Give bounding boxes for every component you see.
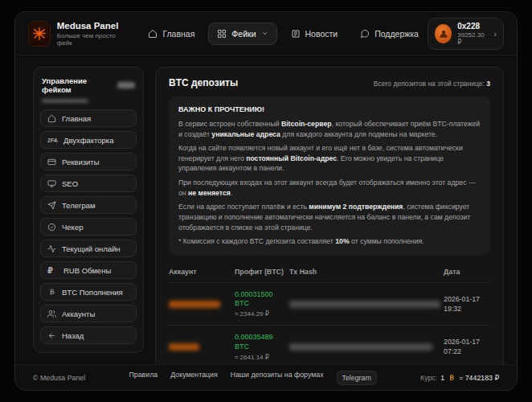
nav-item-support[interactable]: Поддержка [351, 23, 428, 45]
profit-cell: 0.00035489 BTC ≈ 2641.14 ₽ [235, 333, 286, 360]
sidebar-item-label: SEO [62, 179, 78, 188]
avatar [435, 24, 452, 43]
copyright: © Medusa Panel [33, 374, 85, 382]
notice-paragraph: * Комиссия с каждого BTC депозита состав… [178, 236, 481, 247]
brand-subtitle: Больше чем просто фейк [57, 32, 122, 47]
rate-value: = 7442183 ₽ [459, 374, 499, 382]
app-window: Medusa Panel Больше чем просто фейк Глав… [14, 11, 518, 391]
footer-link-docs[interactable]: Документация [170, 371, 218, 385]
btc-amount: 0.00035489 [235, 333, 286, 343]
sidebar-item-label: Двухфакторка [63, 136, 114, 145]
chevron-down-icon [261, 30, 268, 37]
fake-subtitle-redacted [42, 99, 88, 103]
activity-icon [47, 244, 56, 253]
column-header-txhash: Tx Hash [289, 268, 440, 276]
sidebar-title-text: Управление фейком [42, 76, 113, 94]
deposit-time: 07:22 [444, 347, 490, 356]
btc-unit: BTC [235, 299, 286, 309]
support-chat-icon [360, 29, 370, 39]
panel-header: BTC депозиты Всего депозитов на этой стр… [169, 77, 490, 88]
home-icon [47, 114, 56, 123]
rub-equivalent: ≈ 2344.29 ₽ [235, 310, 286, 318]
nav-item-label: Фейки [231, 29, 256, 39]
sidebar-item-label: Реквизиты [62, 158, 100, 166]
monitor-icon [47, 179, 56, 188]
bitcoin-icon [448, 374, 456, 382]
content-area: Управление фейком Главная 2FA Двухфактор… [15, 55, 517, 364]
sidebar-item-label: Телеграм [62, 201, 96, 210]
fake-name-redacted [117, 82, 135, 88]
home-icon [148, 29, 158, 39]
nav-item-label: Новости [305, 29, 338, 39]
rub-equivalent: ≈ 2641.14 ₽ [235, 354, 286, 361]
sidebar-item-checker[interactable]: Чекер [40, 218, 137, 236]
2fa-icon: 2FA [47, 137, 58, 143]
footer: © Medusa Panel Правила Документация Наши… [15, 364, 517, 390]
brand[interactable]: Medusa Panel Больше чем просто фейк [28, 21, 121, 47]
footer-link-telegram[interactable]: Telegram [337, 371, 377, 385]
topbar: Medusa Panel Больше чем просто фейк Глав… [15, 12, 517, 55]
sidebar-item-btc-deposits[interactable]: BTC Пополнения [40, 283, 137, 301]
footer-links: Правила Документация Наши депозиты на фо… [129, 371, 377, 385]
check-circle-icon [47, 223, 56, 232]
exchange-rate: Курс: 1 = 7442183 ₽ [420, 374, 499, 382]
footer-link-forums[interactable]: Наши депозиты на форумах [231, 371, 324, 385]
sidebar-item-main[interactable]: Главная [40, 109, 137, 127]
sidebar-title: Управление фейком [40, 75, 137, 94]
chevron-right-icon: › [492, 29, 497, 39]
sidebar: Управление фейком Главная 2FA Двухфактор… [33, 67, 144, 353]
deposits-count: Всего депозитов на этой странице: 3 [374, 80, 490, 88]
arrow-left-icon [47, 331, 56, 340]
sidebar-item-label: RUB Обмены [63, 266, 111, 275]
date-cell: 2026-01-17 07:22 [444, 337, 490, 357]
page-title: BTC депозиты [169, 77, 238, 88]
deposits-table: Аккаунт Профит (BTC) Tx Hash Дата 0.0003… [169, 265, 490, 364]
column-header-date: Дата [444, 268, 490, 276]
account-name-redacted [169, 301, 220, 308]
profit-cell: 0.00031500 BTC ≈ 2344.29 ₽ [235, 290, 286, 318]
date-cell: 2026-01-17 19:32 [444, 294, 490, 314]
users-icon [47, 310, 56, 318]
notice-paragraph: Если на адрес поступает платёж и есть ми… [178, 202, 481, 232]
rate-amount: 1 [440, 374, 444, 382]
deposit-time: 19:32 [444, 304, 490, 314]
nav-item-home[interactable]: Главная [139, 23, 203, 45]
column-header-account: Аккаунт [169, 268, 231, 276]
txhash-redacted [289, 343, 432, 351]
user-menu[interactable]: 0x228 39252.30 ₽ › [428, 18, 504, 50]
sidebar-item-back[interactable]: Назад [40, 326, 137, 344]
sidebar-item-label: Главная [62, 114, 91, 123]
sidebar-item-requisites[interactable]: Реквизиты [40, 153, 137, 170]
rate-label: Курс: [420, 374, 437, 382]
sidebar-item-label: Назад [62, 331, 84, 340]
sidebar-item-accounts[interactable]: Аккаунты [40, 305, 137, 322]
table-header-row: Аккаунт Профит (BTC) Tx Hash Дата [169, 265, 490, 282]
sidebar-item-seo[interactable]: SEO [40, 174, 137, 192]
bitcoin-icon [47, 288, 56, 297]
account-name-redacted [169, 343, 199, 351]
ruble-icon: ₽ [47, 266, 58, 275]
btc-deposits-panel: BTC депозиты Всего депозитов на этой стр… [155, 67, 504, 364]
user-info: 0x228 39252.30 ₽ [457, 22, 486, 46]
sidebar-item-2fa[interactable]: 2FA Двухфакторка [40, 131, 137, 149]
notice-paragraph: Когда на сайте появляется новый аккаунт … [178, 143, 481, 174]
brand-title: Medusa Panel [57, 21, 122, 31]
nav-item-news[interactable]: Новости [282, 23, 347, 45]
footer-link-rules[interactable]: Правила [129, 371, 158, 385]
txhash-redacted [289, 301, 440, 308]
column-header-profit: Профит (BTC) [235, 268, 286, 276]
notice-heading: ВАЖНО К ПРОЧТЕНИЮ! [178, 105, 481, 115]
sidebar-item-telegram[interactable]: Телеграм [40, 196, 137, 214]
brand-text: Medusa Panel Больше чем просто фейк [57, 21, 122, 47]
important-notice: ВАЖНО К ПРОЧТЕНИЮ! В сервис встроен собс… [169, 96, 490, 255]
nav-item-fakes[interactable]: Фейки [208, 23, 276, 45]
news-icon [291, 29, 301, 39]
sidebar-item-label: Текущий онлайн [62, 244, 121, 253]
card-icon [47, 158, 56, 166]
notice-paragraph: В сервис встроен собственный Bitcoin-сер… [178, 119, 481, 139]
btc-amount: 0.00031500 [235, 290, 286, 300]
sidebar-item-rub-exchanges[interactable]: ₽ RUB Обмены [40, 261, 137, 279]
sidebar-item-online[interactable]: Текущий онлайн [40, 240, 137, 257]
telegram-icon [47, 201, 56, 210]
grid-icon [217, 29, 227, 39]
